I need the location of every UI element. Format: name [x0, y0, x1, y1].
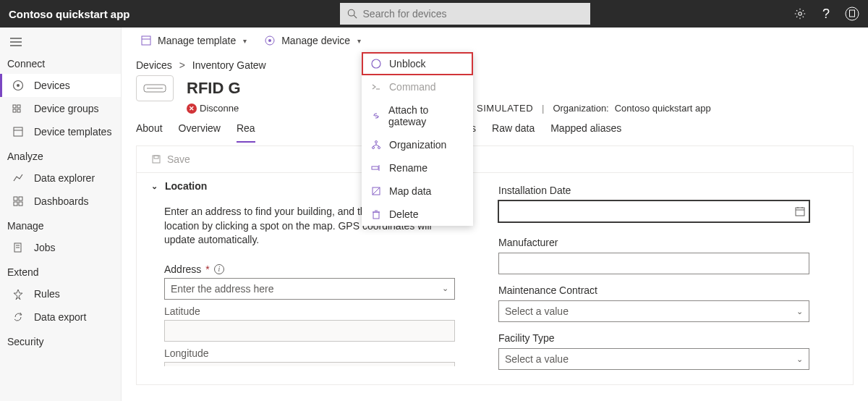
manage-template-button[interactable]: Manage template ▾ — [136, 32, 251, 49]
sidebar-item-data-explorer[interactable]: Data explorer — [0, 166, 121, 190]
template-icon — [12, 126, 24, 138]
svg-point-27 — [372, 59, 380, 68]
svg-rect-4 — [850, 10, 855, 17]
dropdown-item-attach[interactable]: Attach to gateway — [362, 98, 473, 133]
app-title: Contoso quickstart app — [9, 8, 130, 20]
manufacturer-input[interactable] — [498, 253, 809, 274]
dropdown-label: Command — [389, 81, 436, 93]
dropdown-item-command: Command — [362, 75, 473, 98]
dropdown-label: Rename — [389, 162, 427, 174]
nav-group-analyze: Analyze — [0, 143, 121, 166]
cmd-label: Manage device — [281, 35, 350, 46]
dropdown-label: Attach to gateway — [388, 104, 464, 127]
search-box[interactable] — [340, 3, 590, 25]
sidebar-item-label: Dashboards — [34, 195, 89, 207]
dashboard-icon — [12, 195, 24, 207]
hamburger-icon[interactable] — [0, 33, 121, 51]
latitude-input — [164, 320, 455, 342]
tab-overview[interactable]: Overview — [179, 122, 221, 143]
dropdown-item-mapdata[interactable]: Map data — [362, 180, 473, 203]
sidebar-item-device-groups[interactable]: Device groups — [0, 97, 121, 120]
svg-line-34 — [373, 145, 376, 146]
facility-select[interactable]: Select a value ⌄ — [498, 348, 809, 370]
dropdown-label: Organization — [389, 139, 446, 151]
device-icon — [264, 35, 276, 46]
svg-point-3 — [846, 7, 859, 20]
sidebar-item-label: Rules — [34, 288, 60, 300]
svg-rect-14 — [14, 127, 22, 136]
nav-group-manage: Manage — [0, 213, 121, 236]
svg-rect-17 — [19, 197, 22, 200]
org-label: Organization: — [553, 103, 608, 114]
sidebar-item-label: Data explorer — [34, 172, 95, 184]
chevron-down-icon: ⌄ — [796, 307, 803, 316]
sidebar-item-label: Jobs — [34, 242, 56, 253]
breadcrumb-devices[interactable]: Devices — [136, 59, 172, 71]
manage-device-button[interactable]: Manage device ▾ — [260, 32, 365, 49]
jobs-icon — [12, 242, 24, 253]
sidebar-item-label: Data export — [34, 311, 86, 323]
search-input[interactable] — [363, 8, 583, 20]
device-title: RFID G — [187, 79, 241, 98]
breadcrumb-current: Inventory Gatew — [192, 59, 266, 71]
feedback-icon[interactable] — [845, 7, 859, 21]
form-panel: Save ⌄ Location Enter an address to find… — [136, 145, 854, 385]
save-icon — [151, 154, 161, 164]
svg-rect-13 — [17, 109, 20, 112]
sidebar-item-rules[interactable]: Rules — [0, 282, 121, 305]
address-placeholder: Enter the address here — [171, 283, 273, 295]
unblock-icon — [370, 58, 382, 69]
calendar-icon[interactable] — [795, 206, 805, 216]
svg-line-1 — [354, 15, 357, 18]
sidebar-item-dashboards[interactable]: Dashboards — [0, 190, 121, 213]
sidebar-item-devices[interactable]: Devices — [0, 74, 121, 97]
settings-icon[interactable] — [793, 7, 807, 21]
sidebar-item-label: Device templates — [34, 126, 111, 138]
tab-mapped[interactable]: Mapped aliases — [550, 122, 621, 143]
tab-rawdata[interactable]: Raw data — [492, 122, 535, 143]
sidebar-item-label: Devices — [34, 80, 70, 91]
info-icon[interactable]: i — [214, 264, 224, 274]
dropdown-label: Map data — [389, 185, 431, 197]
dropdown-item-organization[interactable]: Organization — [362, 133, 473, 156]
sidebar-item-label: Device groups — [34, 103, 99, 114]
help-icon[interactable]: ? — [819, 7, 833, 21]
dropdown-item-rename[interactable]: Rename — [362, 156, 473, 180]
dropdown-item-delete[interactable]: Delete — [362, 203, 473, 226]
svg-rect-19 — [19, 202, 22, 206]
svg-point-30 — [375, 141, 378, 143]
dropdown-item-unblock[interactable]: Unblock — [362, 52, 473, 75]
sidebar-item-data-export[interactable]: Data export — [0, 305, 121, 329]
attach-icon — [370, 110, 381, 122]
chevron-down-icon: ⌄ — [796, 355, 803, 364]
save-label: Save — [167, 153, 190, 165]
longitude-label: Longitude — [164, 347, 455, 359]
svg-rect-10 — [13, 105, 16, 108]
dropdown-label: Delete — [389, 208, 418, 220]
svg-rect-11 — [17, 105, 20, 108]
org-icon — [370, 139, 382, 151]
nav-group-connect: Connect — [0, 51, 121, 74]
sidebar-item-device-templates[interactable]: Device templates — [0, 120, 121, 143]
maintenance-select[interactable]: Select a value ⌄ — [498, 300, 809, 322]
tab-about[interactable]: About — [136, 122, 163, 143]
svg-line-35 — [376, 145, 379, 146]
svg-rect-47 — [796, 208, 804, 216]
disconnected-icon: ✕ — [187, 104, 197, 114]
content-area: Manage template ▾ Manage device ▾ Unbloc… — [122, 28, 868, 401]
delete-icon — [370, 208, 382, 220]
chevron-down-icon: ⌄ — [151, 182, 158, 191]
latitude-label: Latitude — [164, 305, 455, 317]
select-placeholder: Select a value — [505, 353, 569, 365]
install-date-input[interactable] — [498, 200, 809, 222]
device-thumbnail — [136, 75, 174, 101]
svg-line-39 — [373, 187, 380, 195]
svg-rect-40 — [373, 212, 379, 219]
address-input[interactable]: Enter the address here ⌄ — [164, 278, 455, 300]
svg-point-0 — [348, 9, 354, 16]
svg-rect-12 — [13, 109, 16, 112]
manufacturer-label: Manufacturer — [498, 237, 809, 248]
template-icon — [140, 35, 152, 46]
tab-rea[interactable]: Rea — [237, 122, 255, 143]
sidebar-item-jobs[interactable]: Jobs — [0, 236, 121, 259]
